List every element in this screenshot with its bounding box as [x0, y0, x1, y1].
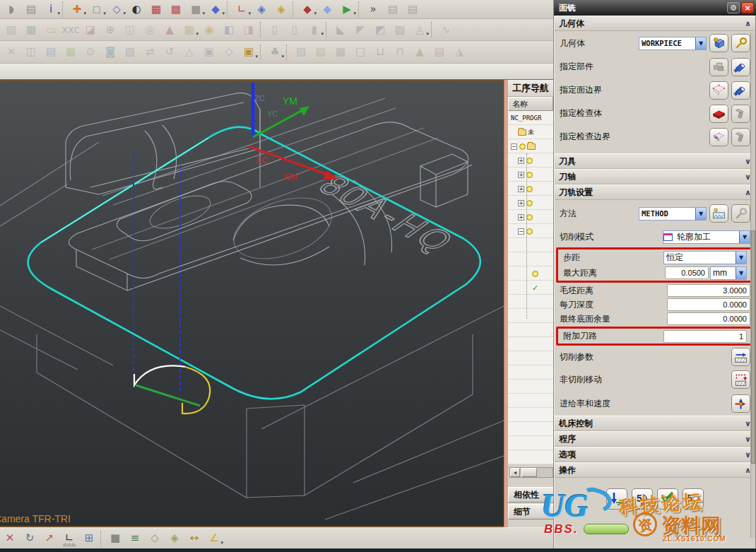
section-header-geometry[interactable]: 几何体 ∧ [555, 16, 755, 31]
tree-row[interactable] [508, 266, 553, 281]
tree-row[interactable]: ✓ [508, 281, 553, 295]
tree-row[interactable]: NC_PROGR [508, 111, 553, 125]
wireframe-display-icon[interactable]: ◇▾ [107, 1, 126, 18]
dropdown-arrow-icon[interactable]: ▼ [736, 267, 746, 279]
dropdown-caret-icon[interactable]: ▾ [281, 54, 284, 59]
column-icon-1[interactable]: ▯ [266, 21, 284, 38]
feeds-speeds-icon[interactable] [731, 394, 750, 413]
final-floor-stock-input[interactable]: 0.0000 [667, 312, 750, 325]
origin-csys-icon[interactable]: ∟(0,0,0) [60, 530, 78, 547]
dialog-scrollbar[interactable] [750, 33, 755, 538]
swap-icon[interactable]: ⇄ [141, 44, 159, 61]
dropdown-caret-icon[interactable]: ▾ [220, 540, 223, 546]
depth-per-cut-input[interactable]: 0.0000 [667, 298, 750, 311]
column-icon-2[interactable]: ▯ [285, 21, 304, 38]
path-icon-3[interactable]: ▩ [331, 44, 350, 61]
pink-tool-icon[interactable]: ◨ [240, 21, 258, 38]
tree-row[interactable]: − [508, 224, 553, 238]
tree-row[interactable]: + [508, 182, 553, 196]
layer-visible-icon[interactable]: ◇ [146, 530, 164, 547]
target-icon[interactable]: ◙ [101, 44, 119, 61]
ladder-icon-1[interactable]: ⊔ [371, 44, 389, 61]
feature-yellow-icon[interactable]: ▭ [42, 21, 60, 38]
generate-toolpath-icon[interactable] [606, 488, 627, 510]
expand-node-icon[interactable]: + [518, 214, 524, 221]
leaf-icon[interactable]: ▲ [411, 44, 429, 61]
mill-method-icon[interactable] [709, 204, 728, 223]
check-body-icon[interactable] [709, 105, 728, 123]
blank-panel-icon-2[interactable]: ▤ [403, 1, 422, 18]
flashlight-icon[interactable] [731, 81, 750, 100]
feature-green-icon[interactable]: ▦ [22, 21, 40, 38]
sketch-icon[interactable]: ▤ [22, 1, 40, 18]
datum-plane-icon[interactable]: ◆▾ [206, 1, 225, 18]
measure-icon[interactable]: ✕ [2, 44, 20, 61]
section-header-machine-control[interactable]: 机床控制 ∨ [555, 416, 755, 431]
close-icon[interactable]: × [741, 2, 754, 13]
dropdown-caret-icon[interactable]: ▾ [196, 31, 199, 37]
orient-view-icon[interactable]: ◻▾ [88, 1, 106, 18]
check-boundary-icon[interactable] [709, 128, 728, 146]
dialog-scroll-thumb[interactable] [751, 230, 755, 464]
tree-row[interactable]: + [508, 196, 553, 210]
measure-distance-icon[interactable]: ↔ [185, 530, 203, 547]
dialog-titlebar[interactable]: 面铣 ⚙ × [554, 0, 756, 16]
fit-view-icon[interactable]: ✚▾ [68, 1, 86, 18]
expand-node-icon[interactable]: + [518, 186, 524, 192]
cutting-params-icon[interactable] [731, 348, 750, 366]
dropdown-arrow-icon[interactable]: ▼ [695, 37, 706, 49]
graphics-viewport[interactable]: 80A-HQ [0, 80, 504, 527]
layer-settings-icon[interactable]: ≡ [126, 530, 144, 547]
screw-icon[interactable] [731, 128, 750, 146]
tree-row[interactable]: + [508, 168, 553, 182]
dropdown-caret-icon[interactable]: ▾ [57, 11, 60, 16]
rotate-view-icon[interactable]: ↻ [20, 530, 39, 547]
dropdown-caret-icon[interactable]: ▾ [321, 31, 324, 37]
stepover-dropdown[interactable]: 恒定 ▼ [663, 251, 747, 264]
blank-distance-input[interactable]: 3.0000 [667, 284, 750, 297]
drafting-icon[interactable]: ◫ [22, 44, 40, 61]
section-header-path-settings[interactable]: 刀轨设置 ∧ [555, 184, 755, 200]
section-header-program[interactable]: 程序 ∨ [555, 431, 755, 447]
shaded-display-icon[interactable]: ◐ [127, 1, 146, 18]
play-point-icon[interactable]: ◆▾ [298, 1, 317, 18]
tree-row[interactable]: − [508, 139, 553, 153]
snap-diamond-icon[interactable]: ◈ [252, 1, 271, 18]
dropdown-caret-icon[interactable]: ▾ [353, 11, 356, 16]
orient-csys-icon[interactable]: ↗ [40, 530, 59, 547]
gray-cube-display-icon[interactable]: ■▾ [187, 1, 205, 18]
tree-row[interactable]: + [508, 210, 553, 224]
tree-row[interactable]: + [508, 153, 553, 168]
mill-tool-icon-2[interactable]: ◤ [351, 21, 370, 38]
non-cutting-moves-icon[interactable] [731, 370, 750, 389]
save-csys-icon[interactable]: ⊞ [80, 530, 98, 547]
list-grid-icon[interactable]: ▤ [430, 44, 449, 61]
info-icon[interactable]: i▾ [42, 1, 60, 18]
mill-tool-icon-4[interactable]: ▨ [391, 21, 409, 38]
section-header-options[interactable]: 选项 ∨ [555, 447, 755, 462]
max-distance-input[interactable]: 0.0500 [665, 266, 709, 279]
pencil-box-icon[interactable]: ▨ [121, 44, 139, 61]
cage-icon[interactable]: ▣ [200, 44, 218, 61]
collapse-node-icon[interactable]: − [511, 143, 517, 150]
dropdown-caret-icon[interactable]: ▾ [248, 11, 251, 16]
section-header-tool[interactable]: 刀具 ∨ [555, 153, 755, 169]
dropdown-caret-icon[interactable]: ▾ [123, 11, 126, 16]
mill-tool-icon-5[interactable]: ◬▾ [411, 21, 429, 38]
cut-mode-dropdown[interactable]: 轮廓加工 ▼ [663, 230, 750, 244]
blank-panel-icon-1[interactable]: ▤ [384, 1, 402, 18]
settings-gear-icon[interactable]: ⚙ [727, 2, 740, 13]
select-face-boundary-icon[interactable] [709, 81, 728, 100]
scroll-left-arrow[interactable]: ◂ [510, 468, 520, 477]
measure-angle-icon[interactable]: ∠▾ [205, 530, 223, 547]
mill-tool-icon-1[interactable]: ◣ [331, 21, 350, 38]
anchor-icon[interactable]: ⊙ [81, 44, 100, 61]
collapse-node-icon[interactable]: − [518, 228, 524, 235]
additional-passes-input[interactable]: 1 [663, 330, 747, 343]
snapshot-icon[interactable]: ■ [106, 530, 124, 547]
screw-icon[interactable] [731, 105, 750, 123]
geometry-dropdown[interactable]: WORKPIECE ▼ [639, 37, 707, 50]
navigator-column-header[interactable]: 名称 [508, 97, 553, 111]
edit-object-icon[interactable]: ▧ [2, 21, 20, 38]
dropdown-caret-icon[interactable]: ▾ [314, 11, 317, 16]
